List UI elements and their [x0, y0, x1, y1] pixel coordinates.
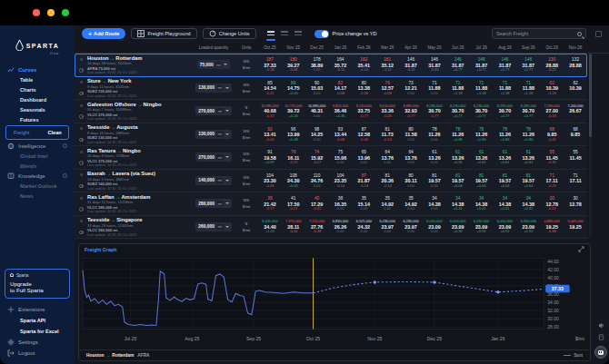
expand-chart-icon[interactable] [578, 246, 584, 252]
route-info: Houston→Rotterdam14 days 18 hours, 5024n… [87, 55, 142, 75]
sidebar-item-futures[interactable]: Futures [0, 114, 75, 124]
sidebar-item-extensions[interactable]: Extensions [0, 304, 75, 315]
price-cell: 8721.87-0.14 [352, 170, 375, 192]
sidebar-item-seasonals[interactable]: Seasonals [0, 104, 75, 114]
drag-handle-icon[interactable]: ≡ [80, 196, 83, 200]
price-cell: 8712.58-0.06 [352, 123, 375, 146]
price-change-toggle[interactable] [314, 30, 329, 38]
density-medium-button[interactable] [281, 31, 288, 37]
table-row[interactable]: ≡Teesside→Augusta8 days 16 hours, 2886nm… [75, 123, 587, 147]
y-tick-label: 32.00 [547, 308, 559, 313]
panel-toggle-icon[interactable] [595, 31, 602, 37]
drag-handle-icon[interactable]: ≡ [80, 126, 83, 130]
quantity-cell: 270,000mt [193, 146, 235, 169]
price-cell: 7811.26+0.86 [516, 123, 540, 146]
sidebar-item-logout[interactable]: Logout [0, 348, 75, 359]
route-cell: ≡Ras Laffan→Amsterdam31 days 12 hours, 1… [75, 192, 193, 215]
route-cell: ≡Sture→New York9 days 11 hours, 3141nmSU… [75, 77, 193, 100]
price-cell: 7111.88+1.18 [446, 77, 470, 100]
density-compact-button[interactable] [267, 31, 275, 37]
sidebar-item-table[interactable]: Table [0, 74, 75, 84]
arrow-icon: → [115, 148, 123, 153]
sidebar-item-label: News [20, 193, 34, 199]
quantity-unit: mt [216, 224, 224, 230]
add-route-button[interactable]: + Add Route [82, 28, 125, 39]
quantity-cell: 270,000mt [193, 100, 235, 123]
price-cell: 7111.88+1.18 [470, 77, 494, 100]
value-change: +0.92 [477, 230, 486, 233]
table-row[interactable]: ≡Ras Laffan→Amsterdam31 days 12 hours, 1… [75, 192, 587, 216]
sidebar-item-settings[interactable]: Settings [0, 337, 75, 348]
quantity-dropdown[interactable]: 280,000mt [195, 199, 231, 208]
route-to: Rotterdam [115, 55, 142, 61]
floating-widgets [594, 322, 607, 359]
zoom-window-button[interactable] [62, 9, 69, 16]
value-change: - [574, 207, 575, 211]
sidebar-item-label: Table [20, 77, 33, 83]
row-icons: ≡ [78, 196, 85, 212]
quantity-dropdown[interactable]: 260,000mt [195, 222, 231, 231]
drag-handle-icon[interactable]: ≡ [80, 80, 83, 84]
chat-button[interactable] [594, 346, 607, 359]
docs-icon[interactable] [598, 334, 604, 340]
sidebar-item-label: Seasonals [20, 107, 45, 113]
value-change: 0.00 [314, 184, 321, 188]
value-change: - [574, 230, 575, 233]
drag-handle-icon[interactable]: ≡ [80, 103, 83, 107]
value-change: 0.00 [337, 207, 344, 211]
drag-handle-icon[interactable]: ≡ [80, 150, 83, 153]
sidebar-item-global-intel[interactable]: Global Intel [0, 151, 75, 161]
route-info: Teesside→Singapore33 days 19 hours, 1134… [87, 217, 143, 237]
sidebar-item-blends[interactable]: Blends [0, 161, 75, 171]
value-change: 0.00 [407, 230, 414, 233]
change-units-button[interactable]: Change Units [203, 28, 256, 39]
month-header: Mar 26 [375, 45, 399, 50]
arrow-icon: → [105, 353, 110, 358]
sidebar-item-knowledge[interactable]: Knowledge [0, 171, 75, 181]
value-change: +0.86 [477, 138, 486, 142]
quantity-dropdown[interactable]: 130,000mt [195, 130, 231, 139]
quantity-cell: 140,000mt [193, 170, 235, 192]
quantity-dropdown[interactable]: 270,000mt [195, 152, 231, 162]
unit-top-label: WS [243, 174, 249, 181]
search-input[interactable] [496, 31, 574, 36]
quantity-dropdown[interactable]: 140,000mt [195, 176, 231, 185]
value-change: -1.18 [548, 92, 556, 95]
table-row[interactable]: ≡Houston→Rotterdam14 days 18 hours, 5024… [75, 54, 587, 77]
sidebar-item-charts[interactable]: Charts [0, 84, 75, 94]
value-change: +0.77 [454, 114, 463, 118]
value-change: +0.64 [454, 184, 463, 188]
drag-handle-icon[interactable]: ≡ [80, 172, 83, 176]
freight-playground-button[interactable]: Freight Playground [131, 28, 196, 39]
sidebar-item-clean[interactable]: Clean [33, 128, 61, 137]
quantity-dropdown[interactable]: 270,000mt [195, 106, 231, 115]
value-change: -0.14 [384, 184, 392, 188]
sidebar-item-intelligence[interactable]: Intelligence [0, 141, 75, 151]
drag-handle-icon[interactable]: ≡ [80, 219, 83, 222]
price-cell: 6,050,00023.090.00 [423, 216, 446, 239]
table-row[interactable]: ≡Teesside→Singapore33 days 19 hours, 113… [75, 216, 587, 240]
table-row[interactable]: ≡Basrah→Lavera (via Suez)13 days 3 hours… [75, 170, 587, 193]
table-row[interactable]: ≡Ras Tanura→Ningbo16 days 3 hours, 5738n… [75, 146, 587, 170]
sidebar-item-freight[interactable]: Freight [6, 128, 29, 137]
upgrade-banner[interactable]: Sparta Upgrade to Full Sparta [5, 269, 70, 300]
density-comfortable-button[interactable] [295, 31, 302, 37]
table-row[interactable]: ≡Sture→New York9 days 11 hours, 3141nmSU… [75, 77, 587, 101]
drag-handle-icon[interactable]: ≡ [80, 57, 83, 61]
quantity-dropdown[interactable]: 130,000mt [195, 84, 231, 93]
sparta-logo: SPARTA flow [0, 32, 75, 64]
chart-legend-route: Houston → Rotterdam AFRA [86, 353, 150, 358]
month-header: Jul 26 [470, 45, 494, 50]
quantity-dropdown[interactable]: 75,000mt [197, 60, 231, 69]
sidebar-item-market-outlook[interactable]: Market Outlook [0, 181, 75, 191]
sidebar-item-sparta-excel[interactable]: Sparta for Excel [0, 326, 75, 337]
sidebar-item-dashboard[interactable]: Dashboard [0, 94, 75, 104]
scrollbar-thumb[interactable] [589, 54, 592, 137]
table-row[interactable]: ≡Galveston Offshore→Ningbo50 days 7 hour… [75, 100, 587, 123]
sidebar-item-curves[interactable]: Curves [0, 64, 75, 74]
megaphone-icon[interactable] [598, 322, 604, 329]
close-window-button[interactable] [33, 9, 40, 16]
sidebar-item-news[interactable]: News [0, 191, 75, 201]
sidebar-item-sparta-api[interactable]: Sparta API [0, 315, 75, 326]
minimize-window-button[interactable] [47, 9, 55, 16]
